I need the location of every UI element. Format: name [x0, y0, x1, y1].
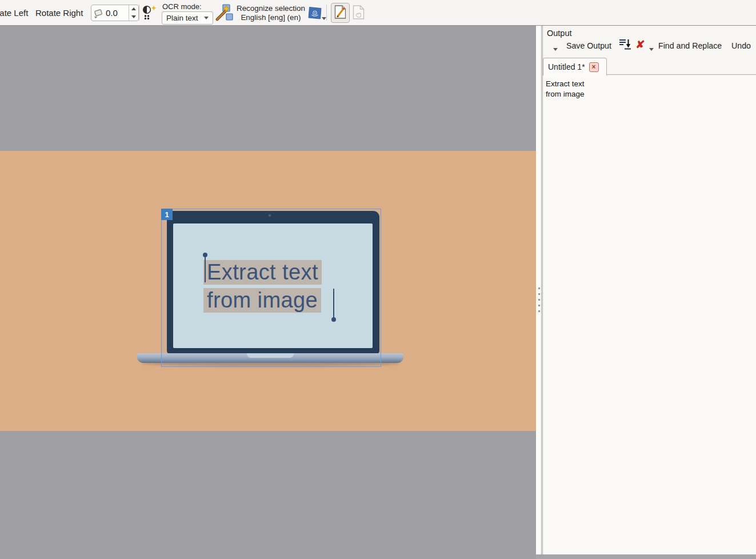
find-and-replace-button[interactable]: Find and Replace	[658, 40, 722, 51]
rotate-right-label: Rotate Right	[35, 8, 83, 18]
brightness-contrast-icon	[142, 5, 158, 23]
save-output-button[interactable]: Save Output	[566, 40, 611, 51]
insert-mode-button[interactable]	[619, 39, 631, 50]
spin-up-button[interactable]	[129, 5, 138, 13]
insert-mode-icon	[619, 38, 631, 51]
rotate-left-label: Rotate Left	[0, 8, 28, 18]
chevron-down-icon	[649, 48, 654, 51]
rotate-right-button[interactable]: Rotate Right	[35, 0, 83, 25]
chevron-down-icon	[322, 17, 326, 20]
splitter-grip-dot	[538, 305, 540, 306]
spin-up-icon	[131, 7, 136, 10]
save-options-dropdown[interactable]	[553, 43, 558, 55]
language-select-button[interactable]	[307, 6, 326, 21]
undo-button[interactable]: Undo	[731, 40, 751, 51]
rotate-page-icon	[91, 7, 105, 19]
ocr-mode-label: OCR mode:	[162, 2, 202, 11]
magic-wand-icon	[215, 3, 233, 23]
rotation-angle-value[interactable]: 0.0	[105, 8, 129, 18]
red-cross-icon	[635, 39, 645, 50]
splitter-line	[541, 26, 542, 559]
image-canvas[interactable]: Extract text from image 1	[0, 26, 536, 559]
find-and-replace-label: Find and Replace	[658, 41, 722, 50]
panel-splitter[interactable]	[536, 26, 543, 559]
tab-untitled-1[interactable]: Untitled 1*	[543, 58, 607, 75]
ocr-selection-box[interactable]: 1	[161, 209, 381, 367]
splitter-grip-dot	[538, 288, 540, 289]
save-output-label: Save Output	[566, 41, 611, 50]
rotate-left-button[interactable]: Rotate Left	[0, 0, 28, 25]
output-text-area[interactable]: Extract text from image	[543, 75, 756, 554]
tab-close-icon[interactable]	[589, 62, 599, 72]
strip-linebreaks-button[interactable]	[636, 39, 645, 50]
splitter-grip-dot	[538, 293, 540, 295]
tab-label: Untitled 1*	[548, 62, 585, 71]
recognize-line1: Recognize selection	[237, 4, 305, 13]
brightness-contrast-button[interactable]	[142, 5, 158, 23]
splitter-grip-dot	[538, 299, 540, 301]
recognize-button-label: Recognize selection English [eng] (en)	[237, 4, 305, 22]
rotation-angle-spinbox[interactable]: 0.0	[91, 5, 139, 21]
toggle-output-pane-button[interactable]	[331, 3, 350, 23]
touch-page-button[interactable]	[352, 5, 365, 22]
main-toolbar: Rotate Left Rotate Right 0.0	[0, 0, 756, 26]
toolbar-separator	[326, 5, 327, 21]
splitter-grip-dot	[538, 310, 540, 312]
undo-label: Undo	[731, 41, 751, 50]
spin-down-button[interactable]	[129, 13, 138, 21]
output-panel: Output Save Output Find and Replace Undo	[543, 26, 756, 559]
chevron-down-icon	[553, 48, 558, 51]
output-panel-title: Output	[547, 29, 572, 38]
gesture-page-icon	[352, 5, 365, 22]
toolbar-separator	[139, 5, 139, 21]
language-flag-icon	[307, 12, 323, 22]
output-tab-bar: Untitled 1*	[543, 57, 756, 75]
recognize-button[interactable]: Recognize selection English [eng] (en)	[215, 2, 305, 23]
spin-buttons	[129, 5, 138, 21]
bottom-edge-bar	[536, 554, 756, 559]
spin-down-icon	[131, 15, 136, 18]
ocr-mode-selected-value: Plain text	[166, 14, 204, 22]
ocr-mode-select[interactable]: Plain text	[162, 11, 213, 25]
strip-options-dropdown[interactable]	[649, 43, 654, 55]
recognize-line2: English [eng] (en)	[237, 13, 305, 22]
chevron-down-icon	[204, 17, 209, 19]
edit-pencil-icon	[334, 5, 347, 22]
selection-number-badge: 1	[161, 209, 173, 220]
